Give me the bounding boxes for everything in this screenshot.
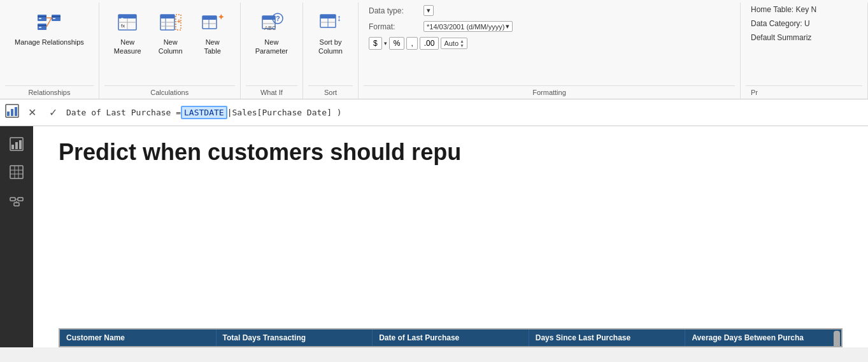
data-category-row: Data Category: U — [751, 19, 810, 28]
format-dropdown[interactable]: *14/03/2001 (d/MM/yyyy) ▾ — [423, 21, 513, 32]
data-type-row: Data type: ▾ — [369, 5, 434, 16]
table-header-customer-name: Customer Name — [60, 329, 217, 346]
new-parameter-icon: ABC ? — [259, 10, 284, 35]
comma-button[interactable]: , — [406, 37, 417, 50]
new-measure-label: NewMeasure — [114, 38, 141, 56]
svg-rect-42 — [7, 112, 10, 116]
svg-text:↕: ↕ — [337, 13, 341, 23]
svg-rect-43 — [11, 109, 13, 116]
svg-rect-5 — [53, 18, 55, 19]
home-table-label: Home Table: Key N — [751, 5, 816, 14]
formula-bar: ✕ ✓ Date of Last Purchase = LASTDATE | S… — [0, 99, 868, 126]
data-type-dropdown[interactable]: ▾ — [423, 5, 434, 16]
table-header-total-days: Total Days Transacting — [217, 329, 373, 346]
new-measure-icon: ∑ fx + — [115, 10, 140, 35]
confirm-button[interactable]: ✓ — [45, 105, 61, 120]
sidebar-btn-grid[interactable] — [4, 159, 29, 185]
ribbon-group-formatting: Data type: ▾ Format: *14/03/2001 (d/MM/y… — [359, 3, 741, 99]
sort-by-column-icon: ↕ — [318, 10, 343, 35]
spinner-arrows[interactable]: ▲ ▼ — [460, 39, 464, 48]
svg-rect-49 — [10, 166, 23, 178]
svg-rect-19 — [160, 15, 174, 18]
sort-by-column-label: Sort byColumn — [318, 38, 343, 56]
formula-text: Date of Last Purchase = LASTDATE | Sales… — [66, 106, 863, 119]
new-measure-button[interactable]: ∑ fx + NewMeasure — [107, 5, 148, 59]
ribbon-main: Manage Relationships Relationships ∑ — [0, 0, 868, 99]
ribbon-formatting-items: Data type: ▾ Format: *14/03/2001 (d/MM/y… — [364, 3, 735, 85]
manage-relationships-icon — [36, 10, 62, 35]
svg-text:✦: ✦ — [218, 13, 224, 22]
content-main: Predict when customers should repu — [33, 126, 868, 328]
new-column-button[interactable]: + NewColumn — [151, 5, 190, 59]
sidebar-btn-relationships[interactable] — [4, 187, 29, 213]
svg-rect-26 — [203, 16, 217, 20]
home-table-row: Home Table: Key N — [751, 5, 816, 14]
ribbon-group-items-whatif: ABC ? NewParameter — [246, 3, 297, 85]
new-column-label: NewColumn — [159, 38, 183, 56]
ribbon-group-label-relationships: Relationships — [5, 85, 94, 99]
table-wrapper: Customer Name Total Days Transacting Dat… — [33, 328, 868, 347]
data-category-label: Data Category: U — [751, 19, 810, 28]
ribbon-group-label-sort: Sort — [308, 85, 353, 99]
ribbon: Manage Relationships Relationships ∑ — [0, 0, 868, 99]
ribbon-group-calculations: ∑ fx + NewMeasure — [99, 3, 241, 99]
decimal-button[interactable]: .00 — [420, 37, 439, 50]
ribbon-properties-items: Home Table: Key N Data Category: U Defau… — [746, 3, 862, 85]
svg-text:ABC: ABC — [264, 25, 276, 31]
new-parameter-label: NewParameter — [255, 38, 288, 56]
ribbon-group-label-properties: Pr — [746, 85, 862, 99]
currency-button[interactable]: $ — [369, 37, 382, 50]
manage-relationships-label: Manage Relationships — [15, 38, 84, 47]
data-table: Customer Name Total Days Transacting Dat… — [59, 328, 843, 347]
svg-line-10 — [46, 18, 52, 27]
content-area: Predict when customers should repu Custo… — [33, 126, 868, 347]
format-controls: $ ▾ % , .00 Auto ▲ ▼ — [369, 37, 467, 50]
scrollbar[interactable] — [834, 331, 840, 347]
new-table-label: NewTable — [204, 38, 221, 56]
svg-rect-7 — [38, 25, 46, 26]
svg-rect-47 — [15, 142, 18, 149]
svg-rect-2 — [39, 18, 41, 19]
manage-relationships-button[interactable]: Manage Relationships — [8, 5, 91, 50]
new-column-icon: + — [158, 10, 183, 35]
currency-dropdown-arrow[interactable]: ▾ — [384, 40, 387, 47]
default-summarize-row: Default Summariz — [751, 33, 811, 42]
auto-spinner[interactable]: Auto ▲ ▼ — [441, 38, 467, 49]
data-type-dropdown-arrow: ▾ — [427, 6, 430, 15]
svg-rect-8 — [39, 27, 41, 28]
svg-rect-44 — [15, 107, 17, 116]
cancel-button[interactable]: ✕ — [24, 105, 40, 120]
percent-button[interactable]: % — [389, 37, 405, 50]
ribbon-group-relationships: Manage Relationships Relationships — [0, 3, 99, 99]
table-header-avg-days: Average Days Between Purcha — [685, 329, 841, 346]
sort-by-column-button[interactable]: ↕ Sort byColumn — [311, 5, 350, 59]
svg-rect-1 — [38, 16, 46, 17]
format-row: Format: *14/03/2001 (d/MM/yyyy) ▾ — [369, 21, 513, 32]
ribbon-group-label-calculations: Calculations — [104, 85, 235, 99]
new-parameter-button[interactable]: ABC ? NewParameter — [248, 5, 295, 59]
formula-cursor: | — [227, 108, 232, 117]
sidebar — [0, 126, 33, 347]
table-header-days-since: Days Since Last Purchase — [529, 329, 686, 346]
svg-rect-48 — [19, 140, 22, 149]
format-label: Format: — [369, 22, 420, 31]
svg-text:∑: ∑ — [121, 17, 124, 22]
chart-icon — [5, 104, 19, 121]
format-dropdown-arrow: ▾ — [506, 22, 509, 31]
svg-text:+: + — [129, 17, 132, 21]
svg-rect-46 — [11, 145, 14, 149]
new-table-button[interactable]: ✦ NewTable — [193, 5, 232, 59]
ribbon-group-items-calculations: ∑ fx + NewMeasure — [104, 3, 235, 85]
formula-suffix: Sales[Purchase Date] ) — [232, 108, 341, 117]
ribbon-group-whatif: ABC ? NewParameter What If — [241, 3, 303, 99]
formula-prefix: Date of Last Purchase = — [66, 108, 181, 117]
ribbon-group-items-sort: ↕ Sort byColumn — [308, 3, 353, 85]
spinner-up[interactable]: ▲ — [460, 39, 464, 43]
sidebar-btn-bar-chart[interactable] — [4, 131, 29, 157]
svg-text:fx: fx — [121, 23, 125, 29]
spinner-down[interactable]: ▼ — [460, 43, 464, 48]
content-title: Predict when customers should repu — [59, 139, 843, 166]
ribbon-group-items-relationships: Manage Relationships — [5, 3, 94, 85]
ribbon-group-properties: Home Table: Key N Data Category: U Defau… — [741, 3, 868, 99]
table-header-last-purchase: Date of Last Purchase — [373, 329, 529, 346]
